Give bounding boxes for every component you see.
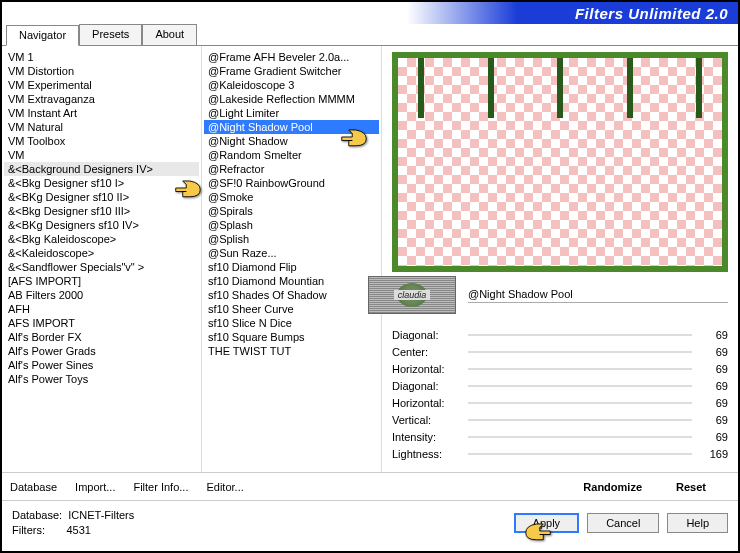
filter-item[interactable]: @Random Smelter (204, 148, 379, 162)
slider-label: Horizontal: (392, 397, 462, 409)
slider-label: Diagonal: (392, 329, 462, 341)
category-item[interactable]: VM Distortion (4, 64, 199, 78)
sliders-area: Diagonal:69Center:69Horizontal:69Diagona… (392, 318, 728, 468)
import-button[interactable]: Import... (75, 481, 115, 493)
category-item[interactable]: &<BKg Designers sf10 IV> (4, 218, 199, 232)
preview-image (392, 52, 728, 272)
category-item[interactable]: Alf's Border FX (4, 330, 199, 344)
filter-list[interactable]: @Frame AFH Beveler 2.0a...@Frame Gradien… (202, 46, 381, 472)
reset-button[interactable]: Reset (676, 481, 706, 493)
category-item[interactable]: &<Bkg Kaleidoscope> (4, 232, 199, 246)
slider-label: Horizontal: (392, 363, 462, 375)
filter-item[interactable]: @Sun Raze... (204, 246, 379, 260)
filter-item[interactable]: @Smoke (204, 190, 379, 204)
category-item[interactable]: Alf's Power Grads (4, 344, 199, 358)
action-buttons: Apply Cancel Help (514, 513, 728, 533)
filter-info-button[interactable]: Filter Info... (133, 481, 188, 493)
slider-row: Center:69 (392, 343, 728, 360)
slider-track[interactable] (468, 334, 692, 336)
filter-item[interactable]: @Spirals (204, 204, 379, 218)
filter-item[interactable]: @Splash (204, 218, 379, 232)
slider-value: 69 (698, 363, 728, 375)
slider-track[interactable] (468, 351, 692, 353)
category-item[interactable]: VM Extravaganza (4, 92, 199, 106)
filter-name-row: claudia @Night Shadow Pool (392, 272, 728, 318)
filter-item[interactable]: sf10 Slice N Dice (204, 316, 379, 330)
category-item[interactable]: VM (4, 148, 199, 162)
category-item[interactable]: AFS IMPORT (4, 316, 199, 330)
slider-label: Lightness: (392, 448, 462, 460)
slider-track[interactable] (468, 453, 692, 455)
category-item[interactable]: &<Background Designers IV> (4, 162, 199, 176)
slider-track[interactable] (468, 436, 692, 438)
slider-label: Diagonal: (392, 380, 462, 392)
apply-button[interactable]: Apply (514, 513, 580, 533)
filter-item[interactable]: sf10 Square Bumps (204, 330, 379, 344)
filter-item[interactable]: @Splish (204, 232, 379, 246)
main-area: VM 1VM DistortionVM ExperimentalVM Extra… (2, 46, 738, 472)
help-button[interactable]: Help (667, 513, 728, 533)
filter-item[interactable]: @Lakeside Reflection MMMM (204, 92, 379, 106)
randomize-button[interactable]: Randomize (583, 481, 642, 493)
slider-track[interactable] (468, 419, 692, 421)
category-item[interactable]: [AFS IMPORT] (4, 274, 199, 288)
title-bar: Filters Unlimited 2.0 (2, 2, 738, 24)
tab-strip: Navigator Presets About (2, 24, 738, 46)
category-item[interactable]: &<Sandflower Specials"v" > (4, 260, 199, 274)
status-info: Database: ICNET-Filters Filters: 4531 (12, 508, 134, 538)
slider-row: Horizontal:69 (392, 360, 728, 377)
slider-track[interactable] (468, 402, 692, 404)
slider-row: Diagonal:69 (392, 326, 728, 343)
tab-navigator[interactable]: Navigator (6, 25, 79, 46)
filter-item[interactable]: @Night Shadow (204, 134, 379, 148)
preview-bars (398, 58, 722, 118)
filter-item[interactable]: sf10 Sheer Curve (204, 302, 379, 316)
slider-track[interactable] (468, 368, 692, 370)
category-item[interactable]: VM Experimental (4, 78, 199, 92)
slider-row: Vertical:69 (392, 411, 728, 428)
tab-presets[interactable]: Presets (79, 24, 142, 45)
filter-item[interactable]: @Frame AFH Beveler 2.0a... (204, 50, 379, 64)
filter-pane: @Frame AFH Beveler 2.0a...@Frame Gradien… (202, 46, 382, 472)
filter-item[interactable]: @SF!0 RainbowGround (204, 176, 379, 190)
preview-pane: claudia @Night Shadow Pool Diagonal:69Ce… (382, 46, 738, 472)
slider-value: 69 (698, 346, 728, 358)
tab-about[interactable]: About (142, 24, 197, 45)
slider-row: Lightness:169 (392, 445, 728, 462)
category-item[interactable]: VM Natural (4, 120, 199, 134)
category-item[interactable]: &<BKg Designer sf10 II> (4, 190, 199, 204)
filter-item[interactable]: @Light Limiter (204, 106, 379, 120)
filter-item[interactable]: @Night Shadow Pool (204, 120, 379, 134)
slider-value: 169 (698, 448, 728, 460)
category-item[interactable]: VM Toolbox (4, 134, 199, 148)
filter-item[interactable]: sf10 Shades Of Shadow (204, 288, 379, 302)
slider-value: 69 (698, 414, 728, 426)
slider-value: 69 (698, 397, 728, 409)
slider-row: Intensity:69 (392, 428, 728, 445)
category-item[interactable]: &<Bkg Designer sf10 I> (4, 176, 199, 190)
editor-button[interactable]: Editor... (206, 481, 243, 493)
filter-item[interactable]: THE TWIST TUT (204, 344, 379, 358)
database-button[interactable]: Database (10, 481, 57, 493)
category-item[interactable]: AB Filters 2000 (4, 288, 199, 302)
filter-item[interactable]: @Kaleidoscope 3 (204, 78, 379, 92)
slider-value: 69 (698, 380, 728, 392)
slider-label: Vertical: (392, 414, 462, 426)
logo-badge: claudia (368, 276, 456, 314)
category-item[interactable]: &<Kaleidoscope> (4, 246, 199, 260)
filter-item[interactable]: sf10 Diamond Flip (204, 260, 379, 274)
category-item[interactable]: VM 1 (4, 50, 199, 64)
filter-item[interactable]: sf10 Diamond Mountian (204, 274, 379, 288)
filter-item[interactable]: @Refractor (204, 162, 379, 176)
category-list[interactable]: VM 1VM DistortionVM ExperimentalVM Extra… (2, 46, 201, 472)
cancel-button[interactable]: Cancel (587, 513, 659, 533)
category-item[interactable]: VM Instant Art (4, 106, 199, 120)
filter-item[interactable]: @Frame Gradient Switcher (204, 64, 379, 78)
slider-track[interactable] (468, 385, 692, 387)
status-row: Database: ICNET-Filters Filters: 4531 Ap… (2, 500, 738, 544)
category-item[interactable]: Alf's Power Sines (4, 358, 199, 372)
category-item[interactable]: &<Bkg Designer sf10 III> (4, 204, 199, 218)
category-item[interactable]: AFH (4, 302, 199, 316)
category-item[interactable]: Alf's Power Toys (4, 372, 199, 386)
slider-row: Diagonal:69 (392, 377, 728, 394)
